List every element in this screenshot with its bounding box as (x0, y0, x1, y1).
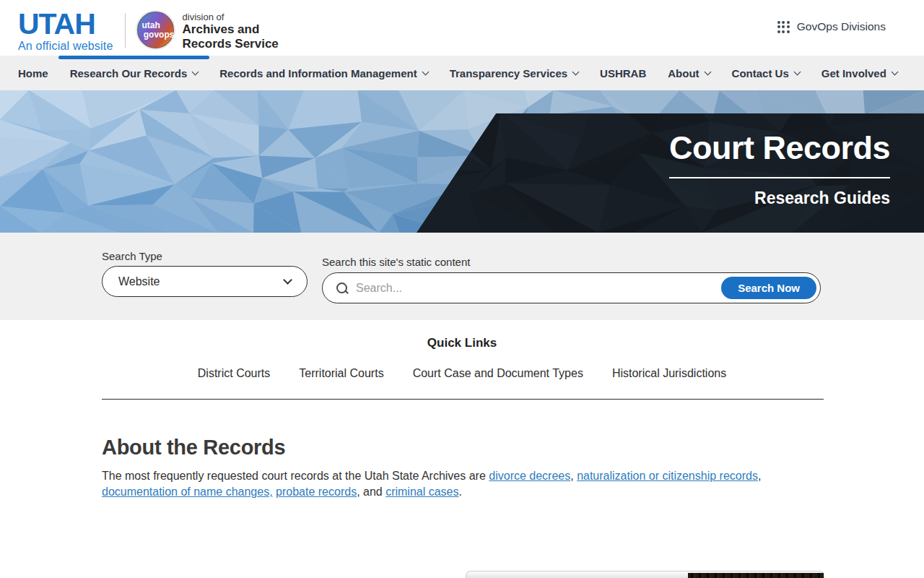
govops-divisions-button[interactable]: GovOps Divisions (777, 20, 886, 33)
about-heading: About the Records (102, 436, 812, 460)
utah-govops-logo: utah govops (136, 10, 175, 50)
link-documentation-of-name-changes[interactable]: documentation of name changes, (102, 486, 273, 498)
page: UTAH An official website utah govops div… (0, 0, 924, 578)
search-now-button[interactable]: Search Now (721, 277, 816, 299)
nav-item-label: Get Involved (821, 67, 886, 79)
hero-banner: Court Records Research Guides (0, 90, 924, 233)
search-content-label: Search this site's static content (322, 256, 470, 268)
utah-logo[interactable]: UTAH An official website (18, 10, 113, 53)
govops-badge-text-2: govops (144, 30, 175, 39)
nav-item-ushrab[interactable]: USHRAB (600, 56, 646, 90)
division-name-line2: Records Service (183, 37, 279, 51)
about-text-segment: , (758, 470, 761, 482)
nav-item-label: Records and Information Management (219, 67, 417, 79)
about-text-segment: The most frequently requested court reco… (102, 470, 489, 482)
quick-link-historical-jurisdictions[interactable]: Historical Jurisdictions (612, 367, 726, 380)
nav-item-label: Contact Us (732, 67, 789, 79)
quick-link-court-case-and-document-types[interactable]: Court Case and Document Types (413, 367, 583, 380)
link-divorce-decrees[interactable]: divorce decrees (489, 470, 570, 482)
nav-item-label: Research Our Records (70, 67, 188, 79)
search-section: Search Type Website Search this site's s… (0, 233, 924, 320)
govops-divisions-label: GovOps Divisions (797, 20, 886, 33)
magnifier-icon (336, 282, 349, 295)
about-text-segment: , (570, 470, 577, 482)
below-fold-image-dark-region (688, 573, 824, 578)
brand-block[interactable]: UTAH An official website utah govops div… (0, 3, 279, 53)
search-type-value: Website (118, 275, 160, 288)
chevron-down-icon (422, 69, 429, 76)
main-nav: HomeResearch Our RecordsRecords and Info… (0, 56, 924, 90)
chevron-down-icon (704, 69, 711, 76)
quick-link-territorial-courts[interactable]: Territorial Courts (299, 367, 383, 380)
link-criminal-cases[interactable]: criminal cases (385, 486, 458, 498)
search-type-select[interactable]: Website (102, 266, 308, 297)
govops-badge-text-1: utah (141, 21, 160, 30)
page-title: Court Records (669, 130, 890, 166)
nav-item-transparency-services[interactable]: Transparency Services (450, 56, 578, 90)
nav-item-label: About (668, 67, 699, 79)
hero-heading: Court Records Research Guides (669, 130, 890, 208)
quick-links-row: District CourtsTerritorial CourtsCourt C… (0, 367, 924, 380)
search-box: Search Now (322, 272, 821, 303)
hero-divider (669, 177, 890, 178)
below-fold-image (466, 571, 824, 578)
about-text-segment: . (459, 486, 462, 498)
grid-dots-icon (777, 21, 790, 33)
site-header: UTAH An official website utah govops div… (0, 0, 924, 56)
division-wordmark: division of Archives and Records Service (183, 12, 279, 51)
link-naturalization-or-citizenship-records[interactable]: naturalization or citizenship records (577, 470, 758, 482)
nav-item-home[interactable]: Home (18, 56, 48, 90)
search-type-label: Search Type (102, 250, 162, 262)
nav-item-label: Home (18, 67, 48, 79)
utah-logo-text: UTAH (18, 10, 113, 38)
official-website-tagline: An official website (18, 40, 113, 53)
nav-item-research-our-records[interactable]: Research Our Records (70, 56, 199, 90)
chevron-down-icon (891, 69, 898, 76)
nav-item-label: USHRAB (600, 67, 646, 79)
quick-links-title: Quick Links (0, 336, 924, 350)
chevron-down-icon (572, 69, 580, 76)
link-probate-records[interactable]: probate records (276, 486, 357, 498)
header-divider (125, 13, 126, 48)
page-subtitle: Research Guides (669, 189, 890, 208)
about-section: About the Records The most frequently re… (0, 400, 812, 500)
nav-item-get-involved[interactable]: Get Involved (821, 56, 897, 90)
nav-item-records-and-information-management[interactable]: Records and Information Management (219, 56, 427, 90)
search-input[interactable] (356, 282, 735, 295)
quick-links-section: Quick Links District CourtsTerritorial C… (0, 320, 924, 400)
chevron-down-icon (283, 275, 292, 285)
chevron-down-icon (192, 69, 199, 76)
nav-item-about[interactable]: About (668, 56, 710, 90)
about-text-segment: , and (357, 486, 385, 498)
nav-item-label: Transparency Services (450, 67, 567, 79)
quick-link-district-courts[interactable]: District Courts (198, 367, 270, 380)
chevron-down-icon (793, 69, 801, 76)
nav-item-contact-us[interactable]: Contact Us (732, 56, 800, 90)
division-prefix: division of (183, 12, 279, 22)
division-name-line1: Archives and (183, 22, 279, 37)
about-paragraph: The most frequently requested court reco… (102, 468, 811, 500)
